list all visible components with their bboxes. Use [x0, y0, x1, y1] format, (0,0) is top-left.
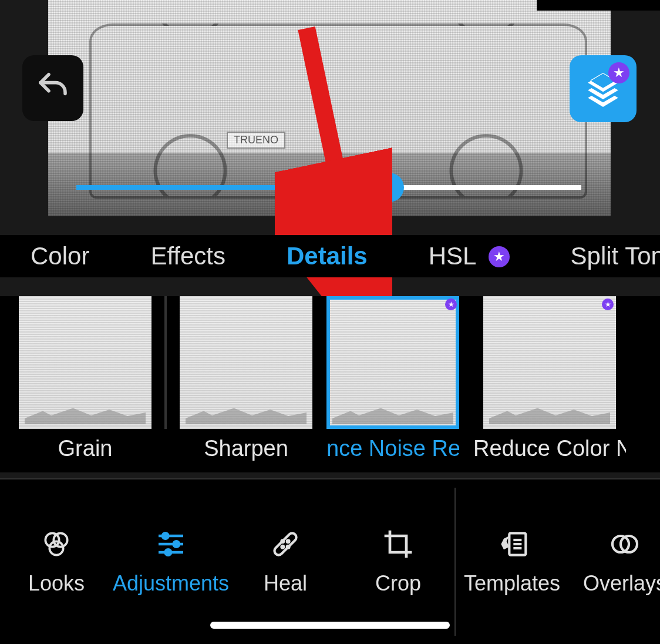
bandage-icon: [269, 528, 302, 561]
subtab-label: Color: [31, 242, 89, 270]
subtab-details[interactable]: Details: [287, 242, 368, 270]
premium-star-icon: ★: [608, 62, 629, 83]
nav-looks[interactable]: Looks: [0, 528, 113, 596]
svg-point-5: [163, 533, 168, 538]
overlays-icon: [608, 528, 641, 561]
nav-label: Looks: [28, 571, 85, 596]
nav-label: Templates: [464, 571, 560, 596]
tool-label: Grain: [58, 436, 113, 461]
svg-point-11: [282, 540, 284, 542]
svg-rect-10: [273, 532, 298, 557]
tool-label: Sharpen: [204, 436, 288, 461]
svg-point-12: [287, 546, 289, 548]
divider: [164, 296, 167, 429]
svg-point-7: [174, 541, 179, 546]
premium-star-icon: ★: [602, 298, 614, 310]
nav-crop[interactable]: Crop: [342, 528, 454, 596]
subtab-label: Split Tone: [571, 242, 660, 270]
svg-point-2: [53, 533, 67, 546]
subtab-label: Details: [287, 242, 368, 270]
top-right-crop: [537, 0, 660, 11]
premium-star-icon: ★: [445, 298, 457, 310]
svg-point-13: [287, 540, 289, 542]
slider-fill: [76, 185, 389, 190]
nav-adjustments[interactable]: Adjustments: [113, 528, 229, 596]
svg-point-9: [166, 549, 171, 555]
tool-sharpen[interactable]: Sharpen: [180, 296, 312, 461]
premium-star-icon: ★: [489, 246, 510, 267]
looks-icon: [40, 528, 73, 561]
tool-thumbnail: ★: [326, 296, 459, 429]
bottom-nav: Looks Adjustments Heal Crop Templates: [0, 478, 660, 644]
image-preview[interactable]: TRUENO ★: [0, 0, 660, 216]
undo-button[interactable]: [22, 55, 83, 121]
tool-thumbnail: [180, 296, 312, 429]
tool-reduce-color-noise[interactable]: ★ Reduce Color N: [473, 296, 626, 461]
license-plate-text: TRUENO: [227, 132, 285, 149]
subtab-label: Effects: [150, 242, 225, 270]
subtab-label: HSL: [429, 242, 476, 270]
layers-button[interactable]: ★: [570, 55, 637, 122]
adjustment-subtabs: Color Effects Details HSL ★ Split Tone: [0, 235, 660, 277]
nav-templates[interactable]: Templates: [456, 528, 568, 596]
adjustment-slider[interactable]: [76, 185, 581, 190]
tool-thumbnail: [19, 296, 151, 429]
nav-label: Crop: [375, 571, 421, 596]
detail-tools-strip[interactable]: Grain Sharpen ★ nce Noise Rec ★ Reduce C…: [0, 296, 660, 472]
subtab-effects[interactable]: Effects: [150, 242, 225, 270]
tool-reduce-luminance-noise[interactable]: ★ nce Noise Rec: [326, 296, 459, 461]
nav-label: Heal: [264, 571, 307, 596]
subtab-color[interactable]: Color: [31, 242, 89, 270]
subtab-split-tone[interactable]: Split Tone: [571, 242, 660, 270]
templates-icon: [496, 528, 528, 561]
slider-knob[interactable]: [375, 173, 404, 202]
tool-label: nce Noise Rec: [326, 436, 459, 461]
home-indicator[interactable]: [210, 622, 450, 629]
tool-label: Reduce Color N: [473, 436, 626, 461]
undo-icon: [36, 72, 69, 105]
nav-label: Overlays: [583, 571, 660, 596]
sliders-icon: [154, 528, 187, 561]
tool-grain[interactable]: Grain: [19, 296, 151, 461]
svg-point-3: [49, 541, 63, 555]
nav-heal[interactable]: Heal: [229, 528, 342, 596]
tool-thumbnail: ★: [483, 296, 616, 429]
subtab-hsl[interactable]: HSL ★: [429, 242, 510, 270]
crop-icon: [382, 528, 415, 561]
svg-point-14: [282, 546, 284, 548]
nav-label: Adjustments: [113, 571, 229, 596]
nav-overlays[interactable]: Overlays: [568, 528, 660, 596]
